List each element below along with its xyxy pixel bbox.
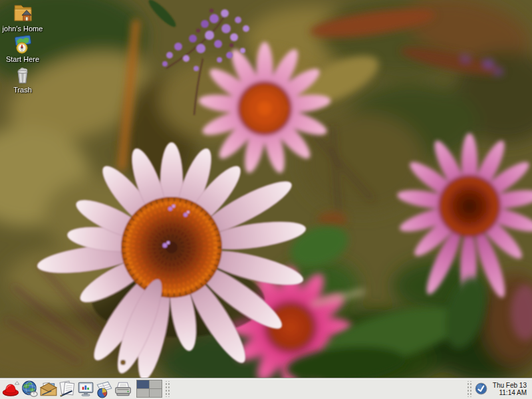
home-folder-icon bbox=[10, 1, 35, 24]
print-manager-launcher[interactable] bbox=[114, 379, 132, 398]
envelope-photo-icon bbox=[39, 380, 58, 398]
workspace-3[interactable] bbox=[137, 389, 149, 397]
red-hat-menu-icon bbox=[2, 380, 21, 398]
workspace-switcher bbox=[136, 380, 162, 398]
wallpaper-coneflower-photo bbox=[0, 0, 532, 378]
printer-icon bbox=[114, 380, 132, 398]
desktop-icon-label: Trash bbox=[1, 86, 44, 94]
workspace-4[interactable] bbox=[150, 389, 162, 397]
desktop-icon-label: john's Home bbox=[1, 25, 44, 33]
trash-can-icon bbox=[13, 65, 33, 85]
web-browser-launcher[interactable] bbox=[21, 379, 39, 398]
presentation-launcher[interactable] bbox=[76, 379, 95, 398]
spreadsheet-launcher[interactable] bbox=[95, 379, 114, 398]
email-launcher[interactable] bbox=[39, 379, 58, 398]
update-notifier-button[interactable] bbox=[474, 382, 489, 396]
monitor-chart-icon bbox=[76, 380, 95, 398]
workspace-2[interactable] bbox=[150, 380, 162, 388]
desktop-screen: john's Home Start Here bbox=[0, 0, 532, 399]
globe-mouse-icon bbox=[21, 380, 39, 398]
sheet-piechart-icon bbox=[95, 380, 114, 398]
clock-date: Thu Feb 13 bbox=[493, 382, 527, 389]
desktop-icon-label: Start Here bbox=[1, 55, 44, 63]
documents-pen-icon bbox=[58, 380, 76, 398]
clock-applet[interactable]: Thu Feb 13 11:14 AM bbox=[489, 382, 530, 396]
desktop-icon-trash[interactable]: Trash bbox=[1, 65, 44, 94]
panel-drag-handle-right[interactable] bbox=[466, 381, 472, 397]
desktop-icon-start-here[interactable]: Start Here bbox=[1, 35, 44, 63]
panel-drag-handle-left[interactable] bbox=[164, 381, 170, 397]
desktop-icon-home[interactable]: john's Home bbox=[1, 1, 44, 33]
start-here-compass-icon bbox=[12, 35, 33, 55]
workspace-1[interactable] bbox=[137, 380, 149, 388]
gnome-panel: Thu Feb 13 11:14 AM bbox=[0, 378, 532, 399]
main-menu-button[interactable] bbox=[2, 379, 21, 398]
clock-time: 11:14 AM bbox=[493, 389, 527, 396]
desktop-area: john's Home Start Here bbox=[0, 0, 532, 378]
word-processor-launcher[interactable] bbox=[58, 379, 76, 398]
blue-check-badge-icon bbox=[475, 382, 487, 395]
